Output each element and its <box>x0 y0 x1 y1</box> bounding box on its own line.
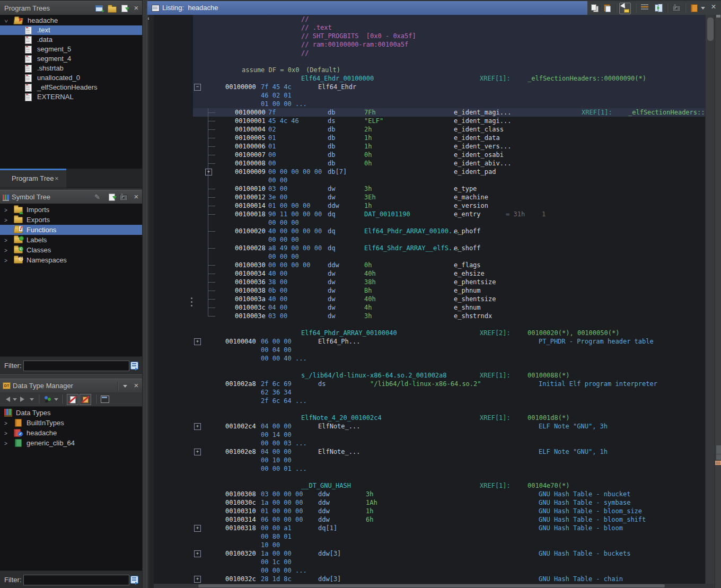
listing-line[interactable]: 00 00 03 ... <box>154 439 705 447</box>
program-tree-item--shstrtab[interactable]: .shstrtab <box>0 64 142 73</box>
horizontal-scrollbar-thumb[interactable] <box>198 584 665 587</box>
listing-line[interactable]: 10 00 <box>154 541 705 549</box>
listing-line[interactable]: 00100028a8 49 00 00 00dqElf64_Shdr_ARRAY… <box>154 244 705 252</box>
dtm-item-generic-clib-64[interactable]: >generic_clib_64 <box>0 438 142 448</box>
listing-line[interactable]: 0010000800db0he_ident_abiv... <box>154 159 705 168</box>
vertical-scrollbar-thumb[interactable] <box>707 17 714 41</box>
listing-line[interactable] <box>154 405 705 414</box>
doc-arrow-icon[interactable] <box>120 4 129 13</box>
listing-line[interactable]: 0010003440 00dw40he_ehsize <box>154 269 705 278</box>
chevron-right-icon[interactable]: > <box>4 256 7 266</box>
open-folder-icon[interactable] <box>107 4 117 13</box>
listing-options-icon[interactable] <box>689 3 700 13</box>
listing-line[interactable]: 0010031800 00 a1dq[1]GNU Hash Table - bl… <box>154 524 705 532</box>
filter-arrays-icon[interactable] <box>67 394 78 405</box>
listing-content[interactable]: //// .text// SHT_PROGBITS [0x0 - 0xa5f]/… <box>154 15 705 588</box>
listing-line[interactable]: 001000007f 45 4cElf64_Ehdr <box>154 83 705 91</box>
doc-arrow-icon[interactable] <box>107 192 117 202</box>
listing-line[interactable]: 00 00 01 ... <box>154 464 705 473</box>
listing-line[interactable]: 62 36 34 <box>154 388 705 397</box>
listing-line[interactable]: 00 00 <box>154 176 705 185</box>
filter-options-icon[interactable] <box>130 576 138 584</box>
chevron-down-icon[interactable] <box>121 381 130 391</box>
program-tree-item-segment-4[interactable]: segment_4 <box>0 54 142 64</box>
program-tree-item--elfsectionheaders[interactable]: _elfSectionHeaders <box>0 83 142 92</box>
conflict-mode-icon[interactable] <box>45 396 51 402</box>
listing-line[interactable]: 00 14 00 <box>154 431 705 439</box>
listing-line[interactable]: 00 00 00 <box>154 252 705 261</box>
listing-line[interactable] <box>154 363 705 371</box>
listing-line[interactable]: 0010003638 00dw38he_phentsize <box>154 278 705 286</box>
listing-line[interactable]: Elf64_Phdr_ARRAY_00100040XREF[2]:0010002… <box>154 329 705 337</box>
listing-line[interactable]: 0010000601db1he_ident_vers... <box>154 142 705 151</box>
listing-line[interactable]: // .text <box>154 23 705 32</box>
expand-toggle-icon[interactable]: + <box>194 550 201 557</box>
copy-icon[interactable] <box>590 3 600 13</box>
expand-toggle-icon[interactable]: + <box>194 576 201 583</box>
listing-line[interactable]: 0010000900 00 00 00 00db[7]e_ident_pad <box>154 168 705 176</box>
overview-marker-bar[interactable] <box>715 15 721 588</box>
listing-line[interactable]: 00 1c 00 <box>154 558 705 566</box>
listing-line[interactable] <box>154 57 705 66</box>
listing-line[interactable] <box>154 473 705 481</box>
listing-line[interactable]: 001002e804 00 00ElfNote_...ELF Note "GNU… <box>154 447 705 456</box>
listing-line[interactable]: 01 00 00 ... <box>154 100 705 108</box>
listing-line[interactable]: 001000007fdb7Fhe_ident_magi...XREF[1]:_e… <box>154 108 705 117</box>
close-icon[interactable]: × <box>708 3 719 13</box>
listing-line[interactable]: 0010004006 00 00Elf64_Ph...PT_PHDR - Pro… <box>154 337 705 346</box>
forward-arrow-icon[interactable] <box>20 397 27 402</box>
listing-line[interactable]: // <box>154 49 705 57</box>
expand-toggle-icon[interactable]: + <box>194 338 201 345</box>
expand-toggle-icon[interactable]: + <box>194 525 201 532</box>
listing-line[interactable]: ElfNote_4_20_001002c4XREF[1]:001001d8(*) <box>154 414 705 422</box>
close-icon[interactable]: × <box>131 192 141 202</box>
close-icon[interactable]: × <box>131 381 141 391</box>
symbol-tree-item-functions[interactable]: fFunctions <box>0 225 142 235</box>
listing-line[interactable]: 0010002040 00 00 00 00dqElf64_Phdr_ARRAY… <box>154 227 705 235</box>
listing-line[interactable]: // SHT_PROGBITS [0x0 - 0xa5f] <box>154 32 705 40</box>
paste-icon[interactable] <box>602 3 613 13</box>
chevron-right-icon[interactable]: > <box>4 215 7 225</box>
tab-close-icon[interactable]: × <box>55 174 59 182</box>
listing-line[interactable]: 001003201a 00 00ddw[3]GNU Hash Table - b… <box>154 549 705 558</box>
listing-line[interactable]: 0010003a40 00dw40he_shentsize <box>154 295 705 303</box>
conflict-dropdown-icon[interactable] <box>54 398 58 403</box>
listing-line[interactable]: 0010030803 00 00 00ddw3hGNU Hash Table -… <box>154 490 705 498</box>
tab-program-tree[interactable]: Program Tree × <box>0 169 66 188</box>
edit-icon[interactable]: ✎ <box>93 192 103 202</box>
symbol-tree-item-exports[interactable]: >Exports <box>0 215 142 225</box>
symbol-tree-item-classes[interactable]: >CClasses <box>0 245 142 255</box>
chevron-right-icon[interactable]: > <box>4 205 7 215</box>
symbol-tree-item-imports[interactable]: >Imports <box>0 205 142 215</box>
diff-view-icon[interactable] <box>653 3 664 13</box>
listing-options-dropdown-icon[interactable] <box>701 7 705 12</box>
listing-line[interactable]: 46 02 01 <box>154 91 705 100</box>
listing-line[interactable]: 0010030c1a 00 00 00ddw1AhGNU Hash Table … <box>154 498 705 507</box>
vertical-scrollbar[interactable] <box>705 15 715 588</box>
horizontal-scrollbar[interactable] <box>154 584 714 588</box>
listing-line[interactable]: 0010032c28 1d 8cddw[3]GNU Hash Table - c… <box>154 575 705 583</box>
listing-line[interactable]: 0010000402db2he_ident_class <box>154 125 705 134</box>
chevron-right-icon[interactable]: > <box>4 235 7 245</box>
program-tree-item-headache[interactable]: >headache <box>0 16 142 25</box>
listing-line[interactable]: // ram:00100000-ram:00100a5f <box>154 40 705 49</box>
listing-line[interactable]: 0010031406 00 00 00ddw6hGNU Hash Table -… <box>154 515 705 524</box>
listing-line[interactable]: 0010000501db1he_ident_data <box>154 134 705 142</box>
listing-line[interactable]: __DT_GNU_HASHXREF[1]:00104e70(*) <box>154 481 705 490</box>
filter-options-icon[interactable] <box>130 362 138 370</box>
listing-line[interactable]: 0010003000 00 00 00ddw0he_flags <box>154 261 705 269</box>
program-tree-item-segment-5[interactable]: segment_5 <box>0 45 142 54</box>
back-arrow-icon[interactable] <box>3 397 10 402</box>
chevron-right-icon[interactable]: > <box>4 438 7 449</box>
chevron-right-icon[interactable]: > <box>1 20 11 23</box>
program-tree-item-unallocated-0[interactable]: unallocated_0 <box>0 73 142 83</box>
symbol-tree-item-labels[interactable]: >Labels <box>0 235 142 245</box>
program-tree-item--data[interactable]: .data <box>0 35 142 45</box>
expand-toggle-icon[interactable]: + <box>194 449 201 455</box>
new-tree-icon[interactable] <box>94 4 104 13</box>
listing-line[interactable]: 00 80 01 <box>154 532 705 541</box>
cursor-tool-icon[interactable] <box>619 3 631 14</box>
forward-dropdown-icon[interactable] <box>30 398 34 403</box>
listing-line[interactable]: Elf64_Ehdr_00100000XREF[1]:_elfSectionHe… <box>154 74 705 83</box>
close-icon[interactable]: × <box>131 4 141 13</box>
